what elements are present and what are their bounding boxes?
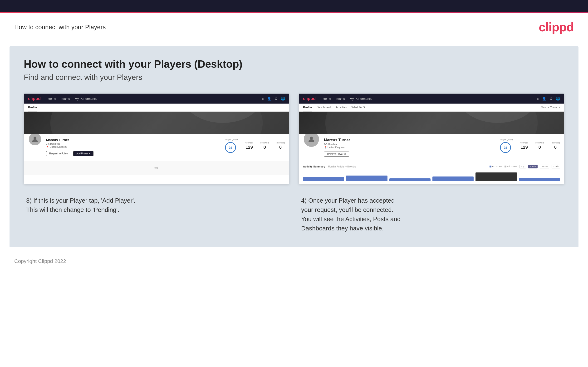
legend-on-course-2: On course (490, 165, 502, 168)
request-follow-button-1[interactable]: Request to Follow (46, 151, 71, 156)
top-bar (0, 0, 588, 12)
mock-buttons-2: Remove Player ✕ (324, 151, 496, 157)
svg-point-1 (310, 137, 313, 139)
tab-profile-2[interactable]: Profile (303, 104, 312, 111)
description-step3: 3) If this is your Player tap, 'Add Play… (24, 196, 289, 233)
mock-player-handicap-1: 1-5 Handicap (46, 142, 221, 145)
search-icon-2[interactable]: ⌕ (537, 97, 539, 100)
mock-nav-performance-1[interactable]: My Performance (75, 97, 97, 100)
main-content: How to connect with your Players (Deskto… (9, 46, 579, 247)
mock-activity-subtitle-2: Monthly Activity · 6 Months (328, 165, 356, 168)
main-title: How to connect with your Players (Deskto… (24, 58, 564, 70)
mock-player-info-1: Marcus Turner 1-5 Handicap 📍 United King… (46, 138, 221, 156)
mock-activities-2: Activities 129 (520, 142, 528, 150)
mock-nav-right-2: ⌕ 👤 ⚙ 🌐 (537, 97, 560, 100)
user-icon-1[interactable]: 👤 (267, 97, 271, 100)
globe-icon-1[interactable]: 🌐 (281, 97, 285, 100)
header-divider (12, 39, 576, 39)
mock-buttons-1: Request to Follow Add Player + (46, 151, 221, 156)
mock-hero-overlay-1 (24, 112, 289, 134)
main-subtitle: Find and connect with your Players (24, 73, 564, 82)
plus-icon-1: + (89, 152, 90, 155)
legend-off-course-2: Off course (504, 165, 517, 168)
bar-3 (389, 178, 431, 181)
mock-activities-1: Activities 129 (245, 142, 254, 150)
mock-nav-right-1: ⌕ 👤 ⚙ 🌐 (262, 97, 285, 100)
on-course-dot-2 (490, 166, 492, 167)
mock-tab-bar-1: Profile (24, 104, 289, 112)
tab-dashboard-2[interactable]: Dashboard (317, 104, 331, 111)
search-icon-1[interactable]: ⌕ (262, 97, 264, 100)
mock-followers-1: Followers 0 (260, 142, 269, 150)
mock-followers-2: Followers 0 (535, 142, 544, 150)
mock-quality-2: Player Quality 92 (500, 139, 513, 153)
mock-logo-2: clippd (303, 96, 316, 101)
mock-bottom-area-1: ✏ (24, 161, 289, 175)
bar-2 (346, 175, 387, 181)
bar-5 (476, 172, 517, 181)
page-header: How to connect with your Players clippd (0, 13, 588, 39)
copyright-text: Copyright Clippd 2022 (14, 258, 66, 264)
mock-activity-controls-2: On course Off course 1 yr 6 mths 3 mths … (490, 165, 560, 168)
add-player-button-1[interactable]: Add Player + (73, 151, 94, 156)
descriptions-row: 3) If this is your Player tap, 'Add Play… (24, 196, 564, 233)
location-icon-1: 📍 (46, 146, 49, 148)
mock-hero-1 (24, 112, 289, 134)
mock-nav-performance-2[interactable]: My Performance (350, 97, 372, 100)
bar-1 (303, 177, 344, 181)
mock-stats-1: Player Quality 92 Activities 129 Followe… (225, 139, 285, 153)
mock-profile-section-2: Marcus Turner 1-5 Handicap 📍 United King… (299, 134, 564, 161)
mock-player-info-2: Marcus Turner 1-5 Handicap 📍 United King… (324, 138, 496, 157)
bar-6 (519, 178, 560, 181)
mock-nav-teams-1[interactable]: Teams (61, 97, 70, 100)
mock-following-1: Following 0 (276, 142, 285, 150)
mock-activity-header-2: Activity Summary Monthly Activity · 6 Mo… (303, 165, 560, 168)
mock-quality-circle-2: 92 (500, 142, 511, 153)
mock-profile-section-1: Marcus Turner 1-5 Handicap 📍 United King… (24, 134, 289, 161)
svg-point-0 (34, 137, 36, 139)
period-1yr-2[interactable]: 1 yr (519, 165, 526, 168)
step3-text: 3) If this is your Player tap, 'Add Play… (26, 196, 287, 215)
tab-profile-1[interactable]: Profile (28, 104, 37, 111)
user-icon-2[interactable]: 👤 (542, 97, 546, 100)
mock-quality-1: Player Quality 92 (225, 139, 238, 153)
mock-nav-home-2[interactable]: Home (323, 97, 331, 100)
mock-avatar-1 (28, 132, 42, 146)
mock-activity-section-2: Activity Summary Monthly Activity · 6 Mo… (299, 161, 564, 184)
mock-player-handicap-2: 1-5 Handicap (324, 143, 496, 146)
period-1mth-2[interactable]: 1 mth (552, 165, 560, 168)
mock-chart-2 (303, 171, 560, 181)
mock-tab-bar-2: Profile Dashboard Activities What To On … (299, 104, 564, 112)
close-icon-2: ✕ (344, 153, 346, 155)
mock-player-name-1: Marcus Turner (46, 138, 221, 142)
tab-what-to-on-2[interactable]: What To On (351, 104, 366, 111)
mock-navbar-2: clippd Home Teams My Performance ⌕ 👤 ⚙ 🌐 (299, 94, 564, 104)
settings-icon-2[interactable]: ⚙ (549, 97, 553, 100)
mock-player-name-2: Marcus Turner (324, 138, 496, 142)
location-icon-2: 📍 (324, 146, 327, 149)
mock-player-location-1: 📍 United Kingdom (46, 146, 221, 148)
period-3mths-2[interactable]: 3 mths (540, 165, 549, 168)
tab-right-2[interactable]: Marcus Turner ▾ (541, 106, 560, 109)
pencil-icon-1: ✏ (154, 165, 159, 171)
globe-icon-2[interactable]: 🌐 (556, 97, 560, 100)
mock-logo-1: clippd (28, 96, 41, 101)
mock-following-2: Following 0 (551, 142, 560, 150)
mock-nav-home-1[interactable]: Home (48, 97, 56, 100)
remove-player-button-2[interactable]: Remove Player ✕ (324, 151, 349, 157)
mock-nav-teams-2[interactable]: Teams (336, 97, 345, 100)
mock-player-location-2: 📍 United Kingdom (324, 146, 496, 149)
mock-hero-2 (299, 112, 564, 134)
tab-activities-2[interactable]: Activities (335, 104, 346, 111)
off-course-dot-2 (504, 166, 506, 167)
settings-icon-1[interactable]: ⚙ (275, 97, 277, 100)
step4-text: 4) Once your Player has acceptedyour req… (301, 196, 562, 233)
screenshot-2: clippd Home Teams My Performance ⌕ 👤 ⚙ 🌐… (299, 94, 564, 184)
period-6mths-2[interactable]: 6 mths (528, 165, 537, 168)
mock-stats-2: Player Quality 92 Activities 129 Followe… (500, 139, 560, 153)
page-header-title: How to connect with your Players (14, 24, 106, 31)
screenshots-row: clippd Home Teams My Performance ⌕ 👤 ⚙ 🌐… (24, 94, 564, 184)
page-footer: Copyright Clippd 2022 (0, 254, 588, 268)
mock-activity-title-2: Activity Summary (303, 165, 325, 168)
bar-4 (432, 176, 474, 181)
